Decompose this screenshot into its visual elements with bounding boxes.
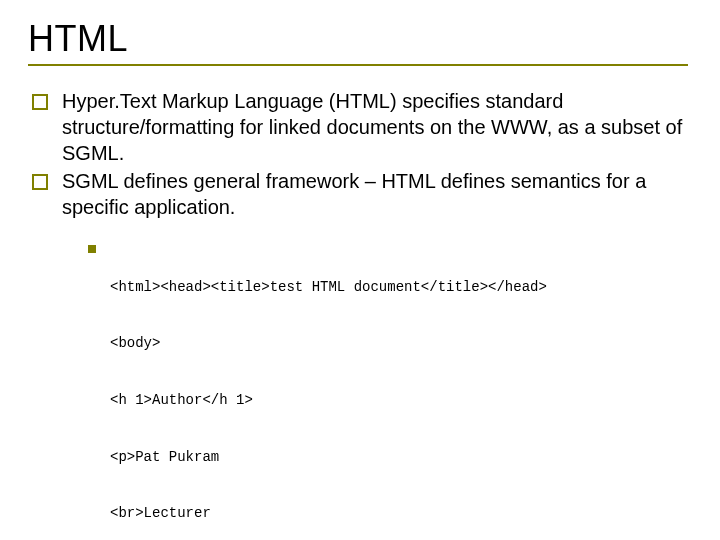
code-line: <h 1>Author</h 1>	[110, 391, 547, 410]
code-line: <html><head><title>test HTML document</t…	[110, 278, 547, 297]
slide: HTML Hyper.Text Markup Language (HTML) s…	[0, 0, 720, 540]
square-solid-bullet-icon	[88, 245, 96, 253]
bullet-list-level1: Hyper.Text Markup Language (HTML) specif…	[32, 88, 692, 220]
code-line: <body>	[110, 334, 547, 353]
slide-title: HTML	[28, 18, 692, 60]
bullet-item-2: SGML defines general framework – HTML de…	[32, 168, 692, 220]
title-underline	[28, 64, 688, 66]
code-example-item: <html><head><title>test HTML document</t…	[88, 240, 692, 540]
square-open-bullet-icon	[32, 174, 48, 190]
square-open-bullet-icon	[32, 94, 48, 110]
code-line: <br>Lecturer	[110, 504, 547, 523]
bullet-text-2: SGML defines general framework – HTML de…	[62, 168, 692, 220]
bullet-item-1: Hyper.Text Markup Language (HTML) specif…	[32, 88, 692, 166]
code-line: <p>Pat Pukram	[110, 448, 547, 467]
bullet-list-level2: <html><head><title>test HTML document</t…	[88, 240, 692, 540]
code-block: <html><head><title>test HTML document</t…	[110, 240, 547, 540]
bullet-text-1: Hyper.Text Markup Language (HTML) specif…	[62, 88, 692, 166]
